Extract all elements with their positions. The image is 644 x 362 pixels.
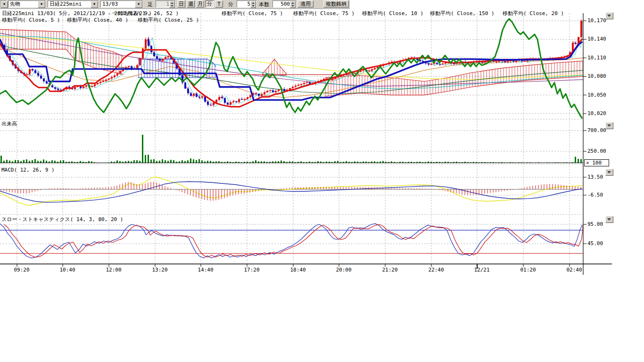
chart-area: 日経225mini 13/03( 5分, 2012/12/19 - 2012/1… (0, 0, 644, 362)
x-axis-label: 17:20 (244, 267, 259, 273)
chevron-down-icon[interactable]: ▼ (38, 1, 45, 8)
period-day-button[interactable]: 日 (177, 0, 185, 8)
x-axis-label: 22:40 (428, 267, 444, 273)
x-axis-label: 10:40 (59, 267, 75, 273)
category-dropdown[interactable]: 先物 ▼ (8, 0, 46, 8)
macd-scroll-down-button[interactable] (605, 169, 613, 176)
legend-ma75-a: 移動平均( Close, 75 ) (222, 10, 283, 17)
x-axis-label: 12:00 (106, 267, 121, 273)
x-axis-label: 14:40 (198, 267, 213, 273)
volume-scroll-down-button[interactable] (605, 122, 613, 129)
legend-ma25: 移動平均( Close, 25 ) (138, 16, 199, 24)
minute-value: 5 (247, 1, 250, 7)
price-axis-label: 10,020 (587, 110, 606, 116)
count-value: 500 (281, 1, 290, 7)
bar-type-label: 足 (148, 1, 153, 8)
stoch-axis-label: 95.00 (587, 221, 603, 227)
volume-multiplier-badge: × 100 (584, 159, 609, 166)
x-axis-label: 20:00 (336, 267, 351, 273)
chevron-down-icon[interactable]: ▼ (135, 1, 142, 8)
apply-button[interactable]: 適用 (297, 0, 314, 8)
instrument-value: 日経225mini (50, 1, 82, 7)
spinner-icon[interactable] (290, 1, 296, 8)
spinner-icon[interactable] (250, 1, 256, 8)
count-spinner[interactable]: 500 (272, 0, 296, 8)
contract-month-dropdown[interactable]: 13/03 ▼ (100, 0, 143, 8)
legend-ma150: 移動平均( Close, 150 ) (430, 10, 495, 17)
period-tick-button[interactable]: T (215, 0, 223, 8)
interval-value: 1 (166, 1, 169, 7)
interval-spinner[interactable]: 1 (156, 0, 175, 8)
left-mini-dropdown[interactable]: ▼ (0, 0, 7, 8)
period-minute-button[interactable]: 分 (206, 0, 214, 8)
instrument-dropdown[interactable]: 日経225mini ▼ (48, 0, 99, 8)
category-value: 先物 (10, 1, 20, 7)
stoch-scroll-down-button[interactable] (605, 216, 613, 223)
multi-symbol-button[interactable]: 複数銘柄 (323, 0, 349, 8)
price-axis-label: 10,080 (587, 73, 606, 79)
macd-axis-label: -6.50 (587, 192, 603, 198)
volume-axis-label: 700.00 (587, 127, 606, 133)
stoch-panel-label: スロー・ストキャスティクス( 14, 3, 80, 20 ) (1, 216, 123, 223)
x-axis-label: 21:20 (382, 267, 397, 273)
contract-value: 13/03 (102, 1, 118, 7)
chevron-down-icon[interactable]: ▼ (91, 1, 98, 8)
macd-axis-label: 13.50 (587, 174, 603, 180)
price-scroll-down-button[interactable] (605, 12, 613, 19)
legend-ma10: 移動平均( Close, 10 ) (362, 10, 423, 17)
minute-label: 分 (228, 1, 233, 8)
spinner-icon[interactable] (169, 1, 175, 8)
x-axis-label: 01:20 (520, 267, 536, 273)
legend-ma40: 移動平均( Close, 40 ) (67, 16, 128, 24)
period-month-button[interactable]: 月 (196, 0, 204, 8)
toolbar: ▼ 先物 ▼ 日経225mini ▼ 13/03 ▼ 足 1 日 週 月 分 T… (0, 0, 350, 9)
legend-ma20: 移動平均( Close, 20 ) (503, 10, 564, 17)
period-week-button[interactable]: 週 (187, 0, 195, 8)
chart-canvas[interactable] (0, 0, 618, 283)
macd-panel-label: MACD( 12, 26, 9 ) (1, 167, 55, 173)
minute-spinner[interactable]: 5 (237, 0, 256, 8)
price-axis-label: 10,140 (587, 36, 606, 42)
legend-ma5: 移動平均( Close, 5 ) (2, 16, 60, 24)
price-axis-label: 10,050 (587, 92, 606, 98)
stoch-axis-label: 45.00 (587, 240, 603, 247)
x-axis-label: 09:20 (14, 267, 29, 273)
x-axis-label: 13:20 (152, 267, 167, 273)
x-axis-label: 02:40 (566, 267, 582, 273)
chevron-down-icon[interactable]: ▼ (0, 1, 8, 8)
count-label: 本数 (259, 1, 269, 8)
price-axis-label: 10,170 (587, 17, 606, 24)
legend-ma75-b: 移動平均( Close, 75 ) (293, 10, 355, 17)
x-axis-label: 18:40 (290, 267, 305, 273)
volume-panel-label: 出来高 (1, 120, 17, 127)
volume-axis-label: 250.00 (587, 148, 606, 154)
price-axis-label: 10,110 (587, 55, 606, 61)
trading-app-window: ▼ 先物 ▼ 日経225mini ▼ 13/03 ▼ 足 1 日 週 月 分 T… (0, 0, 644, 362)
legend-ichimoku: 一目均衡表( 9, 26, 52 ) (112, 10, 179, 17)
x-axis-label: 12/21 (474, 267, 489, 273)
